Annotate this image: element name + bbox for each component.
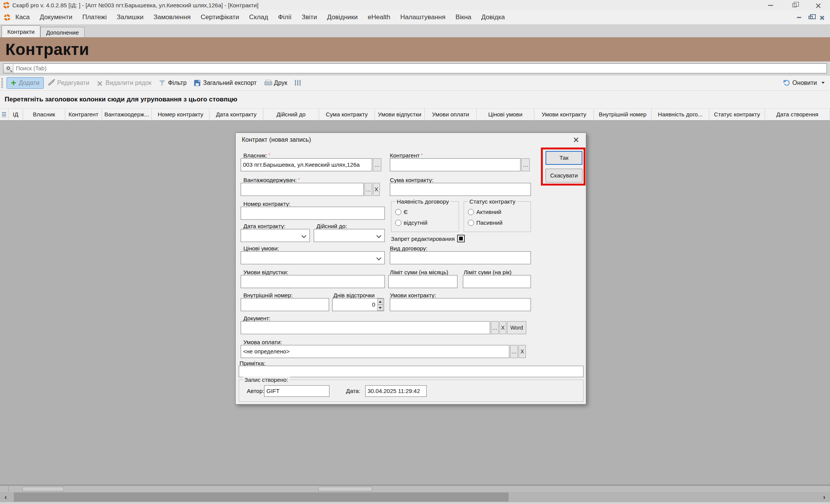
contract-terms-field[interactable] xyxy=(390,298,531,311)
owner-browse-button[interactable]: … xyxy=(373,158,381,171)
limit-month-field[interactable] xyxy=(388,275,457,288)
column-header-4[interactable]: Номер контракту xyxy=(152,109,210,121)
column-header-15[interactable]: Дата створення xyxy=(765,109,830,121)
column-header-10[interactable]: Цінові умови xyxy=(477,109,534,121)
menu-item-4[interactable]: Замовлення xyxy=(148,13,196,21)
status-option-active[interactable]: Активний xyxy=(468,209,501,215)
delay-days-spinner[interactable]: 0 xyxy=(332,298,384,311)
delete-row-button[interactable]: Видалити рядок xyxy=(93,77,155,89)
tab-dopolnenie[interactable]: Дополнение xyxy=(40,27,85,37)
delete-row-button-label: Видалити рядок xyxy=(105,80,151,86)
internal-number-field[interactable] xyxy=(241,298,329,311)
print-button[interactable]: Друк xyxy=(261,77,291,89)
refresh-button[interactable]: Оновити xyxy=(784,80,825,86)
column-header-11[interactable]: Умови контракту xyxy=(534,109,594,121)
horizontal-scrollbar[interactable]: ‹ › xyxy=(0,492,830,502)
menu-item-8[interactable]: Звіти xyxy=(296,13,322,21)
menu-item-6[interactable]: Склад xyxy=(244,13,273,21)
column-header-1[interactable]: Власник xyxy=(23,109,65,121)
arrow-up-icon xyxy=(379,301,382,303)
page-title: Контракти xyxy=(5,40,89,59)
search-input[interactable]: Поиск (Tab) xyxy=(3,63,827,73)
menu-item-12[interactable]: Вікна xyxy=(451,13,476,21)
mdi-close-button[interactable] xyxy=(816,13,828,22)
edit-button[interactable]: Редагувати xyxy=(44,77,93,89)
valid-until-combo[interactable] xyxy=(314,229,385,242)
contract-sum-field[interactable] xyxy=(390,183,531,196)
dialog-close-icon[interactable] xyxy=(573,136,579,142)
payment-term-field[interactable]: <не определено> xyxy=(241,345,509,358)
window-restore-button[interactable] xyxy=(782,0,806,10)
menu-item-11[interactable]: Налаштування xyxy=(395,13,451,21)
column-header-2[interactable]: Контрагент xyxy=(65,109,102,121)
chevron-down-icon[interactable] xyxy=(822,82,825,84)
price-terms-combo[interactable] xyxy=(241,251,385,264)
counterparty-browse-button[interactable]: … xyxy=(521,158,530,171)
export-button[interactable]: Загальний експорт xyxy=(190,77,260,89)
menu-item-5[interactable]: Сертифікати xyxy=(196,13,244,21)
column-header-5[interactable]: Дата контракту xyxy=(210,109,263,121)
document-browse-button[interactable]: … xyxy=(491,321,499,334)
document-clear-button[interactable]: X xyxy=(499,321,506,334)
payment-term-browse-button[interactable]: … xyxy=(510,345,518,358)
contract-date-combo[interactable] xyxy=(241,229,310,242)
release-terms-field[interactable] xyxy=(241,275,385,288)
edit-ban-label: Запрет редактирования xyxy=(391,235,455,242)
menu-item-9[interactable]: Довідники xyxy=(322,13,363,21)
menu-item-0[interactable]: Каса xyxy=(10,13,35,21)
mdi-minimize-button[interactable] xyxy=(793,13,805,22)
ok-button[interactable]: Так xyxy=(546,151,582,165)
window-close-button[interactable] xyxy=(806,0,830,10)
scroll-right-button[interactable]: › xyxy=(818,492,830,502)
counterparty-field[interactable] xyxy=(390,158,521,171)
filter-button[interactable]: Фільтр xyxy=(155,77,190,89)
presence-option-yes[interactable]: Є xyxy=(395,209,408,215)
column-header-12[interactable]: Внутрішній номер xyxy=(594,109,652,121)
scroll-left-button[interactable]: ‹ xyxy=(0,492,12,502)
consignee-browse-button[interactable]: … xyxy=(364,183,372,196)
mdi-restore-button[interactable] xyxy=(805,13,816,22)
column-chooser-button[interactable] xyxy=(291,77,304,89)
menu-item-13[interactable]: Довідка xyxy=(476,13,510,21)
column-header-13[interactable]: Наявність дого... xyxy=(652,109,709,121)
search-button[interactable] xyxy=(3,64,13,73)
contract-number-field[interactable] xyxy=(241,207,385,220)
column-header-7[interactable]: Сума контракту xyxy=(319,109,375,121)
menu-item-3[interactable]: Залишки xyxy=(111,13,148,21)
column-header-14[interactable]: Статус контракту xyxy=(709,109,765,121)
menu-item-2[interactable]: Платежі xyxy=(77,13,111,21)
status-option-passive[interactable]: Пасивний xyxy=(468,219,502,226)
agreement-kind-label: Вид договору: xyxy=(390,245,427,252)
document-word-button[interactable]: Word xyxy=(507,321,526,334)
agreement-kind-field[interactable] xyxy=(390,251,531,264)
cancel-button[interactable]: Скасувати xyxy=(546,169,582,182)
column-header-8[interactable]: Умови відпустки xyxy=(375,109,425,121)
presence-option-absent[interactable]: відсутній xyxy=(395,219,427,226)
column-header-0[interactable]: ІД xyxy=(8,109,23,121)
consignee-clear-button[interactable]: X xyxy=(373,183,380,196)
scrollbar-thumb[interactable] xyxy=(14,492,509,502)
author-field[interactable]: GIFT xyxy=(264,385,329,397)
window-minimize-button[interactable] xyxy=(758,0,782,10)
limit-year-label: Ліміт суми (на рік) xyxy=(464,269,512,275)
column-header-3[interactable]: Вантажоодерж... xyxy=(102,109,152,121)
row-indicator-header[interactable] xyxy=(0,109,8,120)
group-by-hint: Перетягніть заголовок колонки сюди для у… xyxy=(5,96,237,103)
spin-up-button[interactable] xyxy=(377,298,383,305)
created-date-field[interactable]: 30.04.2025 11:29:42 xyxy=(365,385,427,397)
tab-kontrakty[interactable]: Контракти xyxy=(2,25,40,37)
consignee-field[interactable] xyxy=(241,183,364,196)
menu-item-1[interactable]: Документи xyxy=(35,13,77,21)
note-field[interactable] xyxy=(239,366,584,377)
column-header-6[interactable]: Дійсний до xyxy=(263,109,319,121)
menu-item-7[interactable]: Філії xyxy=(273,13,296,21)
spin-down-button[interactable] xyxy=(377,305,383,311)
column-header-9[interactable]: Умови оплати xyxy=(425,109,477,121)
payment-term-clear-button[interactable]: X xyxy=(519,345,526,358)
add-button[interactable]: + Додати xyxy=(7,77,44,89)
limit-year-field[interactable] xyxy=(463,275,531,288)
menu-item-10[interactable]: eHealth xyxy=(363,13,396,21)
document-field[interactable] xyxy=(241,321,490,334)
edit-ban-checkbox[interactable] xyxy=(457,235,465,242)
owner-field[interactable]: 003 пгт.Барышевка, ул.Киевский шлях,126а xyxy=(241,158,372,171)
